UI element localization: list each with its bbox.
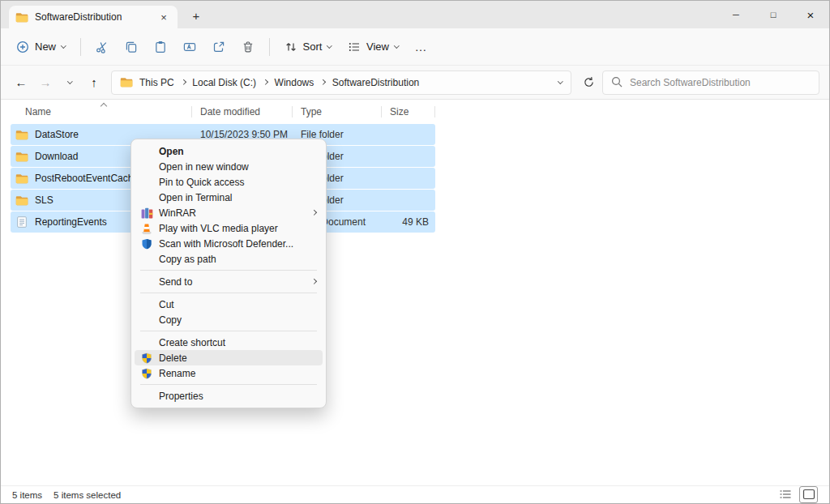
large-icons-view-button[interactable] [799, 486, 818, 503]
sort-button-label: Sort [303, 41, 323, 53]
toolbar-divider [80, 38, 81, 56]
folder-icon [15, 172, 28, 185]
tab-title: SoftwareDistribution [35, 11, 122, 23]
menu-item-label: Open in new window [159, 161, 316, 173]
search-box[interactable] [602, 70, 819, 95]
column-header-date-modified[interactable]: Date modified [192, 100, 293, 124]
column-header-size[interactable]: Size [382, 100, 435, 124]
menu-item-delete[interactable]: Delete [135, 350, 323, 365]
copy-button[interactable] [118, 35, 145, 59]
menu-item-copy[interactable]: Copy [135, 312, 323, 327]
column-header-type[interactable]: Type [293, 100, 382, 124]
chevron-down-icon [67, 79, 72, 83]
menu-item-label: Rename [159, 368, 316, 379]
address-bar[interactable]: This PCLocal Disk (C:)WindowsSoftwareDis… [111, 70, 571, 95]
close-button[interactable]: × [792, 1, 829, 28]
maximize-button[interactable]: □ [755, 1, 792, 28]
menu-item-open-in-new-window[interactable]: Open in new window [135, 159, 323, 174]
breadcrumb-chevron-icon[interactable] [320, 79, 325, 84]
more-icon: … [415, 43, 428, 51]
recent-locations-button[interactable] [59, 72, 80, 93]
trash-icon [242, 41, 255, 53]
new-icon [16, 41, 29, 53]
refresh-button[interactable] [578, 72, 599, 93]
menu-item-pin-to-quick-access[interactable]: Pin to Quick access [135, 174, 323, 190]
new-tab-button[interactable]: + [187, 7, 205, 23]
menu-item-play-with-vlc-media-player[interactable]: Play with VLC media player [135, 220, 323, 236]
menu-separator [140, 270, 317, 271]
breadcrumb-item-windows[interactable]: Windows [275, 77, 314, 88]
minimize-button[interactable]: ─ [717, 1, 755, 28]
share-button[interactable] [205, 35, 233, 59]
menu-item-label: Cut [159, 299, 316, 310]
delete-button[interactable] [234, 35, 262, 59]
menu-item-label: Open [159, 146, 316, 157]
chevron-down-icon [61, 43, 66, 48]
sort-icon [285, 41, 297, 53]
view-icon [348, 41, 361, 53]
menu-item-properties[interactable]: Properties [135, 388, 323, 404]
details-view-icon [779, 489, 791, 501]
paste-button[interactable] [147, 35, 174, 59]
menu-item-label: Send to [159, 276, 306, 288]
menu-item-cut[interactable]: Cut [135, 297, 323, 312]
search-icon [611, 76, 623, 88]
breadcrumb-chevron-icon[interactable] [263, 79, 267, 84]
rename-icon [183, 41, 196, 53]
menu-item-rename[interactable]: Rename [135, 365, 323, 381]
view-button[interactable]: View [340, 35, 406, 59]
status-bar: 5 items 5 items selected [1, 485, 829, 503]
menu-item-open[interactable]: Open [135, 143, 323, 159]
menu-item-label: Create shortcut [159, 337, 316, 348]
menu-item-create-shortcut[interactable]: Create shortcut [135, 335, 323, 350]
breadcrumb-item-this-pc[interactable]: This PC [139, 77, 174, 88]
selected-count: 5 items selected [53, 490, 121, 500]
menu-item-open-in-terminal[interactable]: Open in Terminal [135, 190, 323, 205]
back-button[interactable]: ← [11, 72, 32, 93]
menu-item-label: Properties [159, 391, 316, 402]
more-options-button[interactable]: … [408, 37, 435, 57]
menu-item-send-to[interactable]: Send to [135, 274, 323, 289]
rename-button[interactable] [176, 35, 203, 59]
file-explorer-window: SoftwareDistribution × + ─ □ × New Sort [0, 0, 830, 504]
file-name: ReportingEvents [35, 216, 107, 228]
breadcrumb-item-local-disk-c[interactable]: Local Disk (C:) [192, 77, 256, 88]
column-header-name[interactable]: Name [11, 100, 192, 124]
cut-button[interactable] [88, 35, 116, 59]
menu-item-label: Delete [159, 352, 316, 364]
menu-item-label: Copy [159, 314, 316, 326]
address-dropdown-icon[interactable] [558, 79, 563, 83]
view-toggles [776, 486, 818, 503]
chevron-down-icon [394, 43, 399, 48]
winrar-icon [135, 207, 159, 219]
menu-item-label: Copy as path [159, 254, 316, 265]
folder-icon [15, 150, 28, 163]
vlc-icon [135, 223, 159, 234]
cut-icon [96, 41, 109, 53]
menu-separator [140, 293, 317, 293]
details-view-button[interactable] [776, 486, 794, 503]
menu-item-label: Scan with Microsoft Defender... [159, 238, 316, 250]
tab-softwaredistribution[interactable]: SoftwareDistribution × [9, 6, 178, 28]
menu-separator [140, 384, 317, 385]
breadcrumb-item-softwaredistribution[interactable]: SoftwareDistribution [332, 77, 419, 88]
menu-item-winrar[interactable]: WinRAR [135, 205, 323, 220]
submenu-chevron-icon [311, 279, 316, 284]
file-name: SLS [35, 194, 53, 206]
breadcrumb-chevron-icon[interactable] [181, 79, 186, 84]
forward-button[interactable]: → [35, 72, 56, 93]
view-button-label: View [366, 41, 389, 53]
window-controls: ─ □ × [717, 1, 829, 28]
search-input[interactable] [630, 77, 811, 88]
tab-close-icon[interactable]: × [156, 10, 171, 24]
sort-button[interactable]: Sort [277, 35, 339, 59]
context-menu: OpenOpen in new windowPin to Quick acces… [130, 139, 327, 408]
folder-icon [15, 194, 28, 207]
menu-item-scan-with-microsoft-defender[interactable]: Scan with Microsoft Defender... [135, 236, 323, 251]
up-button[interactable]: ↑ [83, 72, 105, 93]
folder-icon [15, 128, 28, 141]
defender-icon [135, 238, 159, 250]
menu-item-copy-as-path[interactable]: Copy as path [135, 251, 323, 267]
new-button[interactable]: New [9, 35, 73, 59]
chevron-down-icon [327, 43, 332, 48]
